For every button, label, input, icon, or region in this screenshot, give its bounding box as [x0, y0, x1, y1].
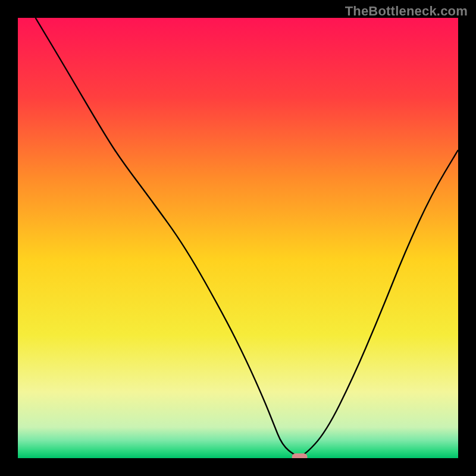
chart-background	[18, 18, 458, 458]
chart-svg	[18, 18, 458, 458]
chart-plot-area	[18, 18, 458, 458]
attribution-label: TheBottleneck.com	[345, 4, 468, 19]
optimal-point-marker	[292, 453, 308, 458]
